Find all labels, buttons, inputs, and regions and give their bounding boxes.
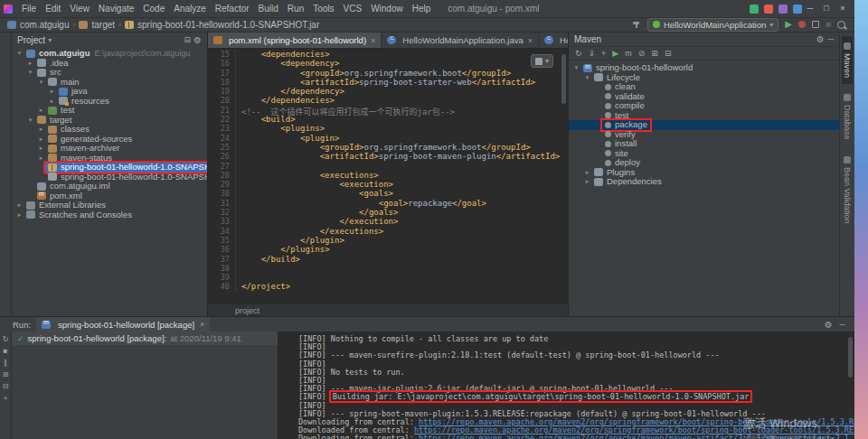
collapse-all-icon[interactable]: ⊟ <box>184 36 191 44</box>
maximize-button[interactable]: □ <box>818 0 835 17</box>
breadcrumb-item-target[interactable]: target <box>77 20 117 30</box>
menu-refactor[interactable]: Refactor <box>211 4 254 14</box>
tray-icon-4[interactable] <box>793 5 802 14</box>
maven-item-validate[interactable]: validate <box>569 92 839 102</box>
menu-tools[interactable]: Tools <box>308 4 338 14</box>
tree-arrow-icon[interactable]: ▸ <box>15 210 24 220</box>
close-button[interactable]: × <box>835 0 851 17</box>
stop-icon[interactable]: ■ <box>4 348 8 355</box>
console-scrollbar[interactable] <box>848 337 853 378</box>
tree-arrow-icon[interactable]: ▾ <box>583 73 591 83</box>
maven-item-deploy[interactable]: deploy <box>569 158 839 168</box>
coverage-button[interactable] <box>812 21 819 28</box>
tray-icon-3[interactable] <box>778 5 788 14</box>
download-sources-icon[interactable]: ⇓ <box>589 50 596 58</box>
maven-item-compile[interactable]: compile <box>569 101 839 111</box>
tree-arrow-icon[interactable]: ▸ <box>48 87 56 97</box>
menu-analyze[interactable]: Analyze <box>169 4 211 14</box>
hide-panel-icon[interactable]: ─ <box>828 35 834 43</box>
project-item-java[interactable]: ▸java <box>12 87 207 97</box>
tree-arrow-icon[interactable]: ▾ <box>15 49 24 59</box>
project-tree[interactable]: ▾com.atguiguE:\javaproject\com.atguigu▸.… <box>12 47 207 220</box>
maven-item-site[interactable]: site <box>569 149 839 159</box>
skip-tests-icon[interactable]: ⊘ <box>638 50 646 58</box>
tree-arrow-icon[interactable]: ▸ <box>37 144 45 154</box>
maven-tree[interactable]: ▾spring-boot-01-helloworld▾Lifecycle cle… <box>569 61 839 187</box>
project-item-target[interactable]: ▾target <box>12 116 207 126</box>
project-item-main[interactable]: ▾main <box>12 78 207 88</box>
menu-edit[interactable]: Edit <box>41 4 65 14</box>
settings-gear-icon[interactable]: ⚙ <box>825 320 833 330</box>
minimize-button[interactable]: ─ <box>802 0 818 17</box>
tree-arrow-icon[interactable]: ▸ <box>15 201 24 210</box>
maven-item-lifecycle[interactable]: ▾Lifecycle <box>569 73 839 83</box>
editor-scrollbar[interactable] <box>561 54 566 104</box>
close-icon[interactable]: × <box>200 320 204 329</box>
tool-stripe-bean-validation[interactable]: Bean Validation <box>842 150 853 229</box>
tree-arrow-icon[interactable]: ▾ <box>37 78 45 88</box>
tree-arrow-icon[interactable]: ▸ <box>37 106 45 116</box>
run-tab[interactable]: spring-boot-01-helloworld [package] × <box>36 317 210 332</box>
project-item-com-atguigu[interactable]: ▾com.atguiguE:\javaproject\com.atguigu <box>12 49 207 59</box>
expand-all-icon[interactable]: ⊞ <box>651 50 658 58</box>
close-icon[interactable]: × <box>371 36 375 45</box>
collapse-all-icon[interactable]: ⊟ <box>665 50 672 58</box>
chevron-down-icon[interactable]: ▾ <box>48 36 52 44</box>
maven-item-spring-boot-01-helloworld[interactable]: ▾spring-boot-01-helloworld <box>569 63 839 73</box>
debug-button[interactable] <box>798 21 806 28</box>
project-item-src[interactable]: ▾src <box>12 68 207 78</box>
menu-help[interactable]: Help <box>408 4 436 14</box>
tree-arrow-icon[interactable]: ▸ <box>26 59 34 69</box>
tree-arrow-icon[interactable]: ▾ <box>26 116 34 126</box>
project-item-external-libraries[interactable]: ▸External Libraries <box>12 201 207 210</box>
build-icon[interactable] <box>632 20 641 29</box>
project-item-scratches-and-consoles[interactable]: ▸Scratches and Consoles <box>12 210 207 220</box>
execute-goal-icon[interactable]: m <box>625 50 632 58</box>
close-icon[interactable]: × <box>528 36 533 45</box>
console-link[interactable]: https://repo.maven.apache.org/maven2/org… <box>419 434 854 439</box>
console-output[interactable]: [INFO] Nothing to compile - all classes … <box>278 332 854 439</box>
rerun-icon[interactable]: ↻ <box>3 336 9 343</box>
run-config-select[interactable]: HelloWorldMainApplication ▾ <box>647 18 778 32</box>
run-goal-icon[interactable]: ▶ <box>612 50 618 58</box>
maven-item-package[interactable]: package <box>569 120 839 130</box>
project-item-classes[interactable]: ▸classes <box>12 125 207 135</box>
tool-stripe-database[interactable]: Database <box>842 88 853 146</box>
tree-arrow-icon[interactable]: ▸ <box>583 177 591 187</box>
project-item-test[interactable]: ▸test <box>12 106 207 116</box>
project-panel-title[interactable]: Project <box>17 35 45 45</box>
run-result-row[interactable]: ✓ spring-boot-01-helloworld [package]: a… <box>12 332 278 345</box>
tree-arrow-icon[interactable]: ▸ <box>37 154 45 163</box>
tree-arrow-icon[interactable]: ▸ <box>48 97 56 107</box>
settings-gear-icon[interactable]: ⚙ <box>193 35 202 45</box>
menu-build[interactable]: Build <box>254 4 283 14</box>
menu-vcs[interactable]: VCS <box>339 4 367 14</box>
tray-icon-2[interactable] <box>764 5 773 14</box>
breadcrumb-item-com-atguigu[interactable]: com.atguigu <box>5 20 71 30</box>
menu-navigate[interactable]: Navigate <box>94 4 138 14</box>
menu-code[interactable]: Code <box>138 4 169 14</box>
tree-arrow-icon[interactable]: ▸ <box>37 135 45 145</box>
menu-window[interactable]: Window <box>366 4 408 14</box>
breadcrumb-item-spring-boot-01-helloworld-1-0-snapshot-jar[interactable]: spring-boot-01-helloworld-1.0-SNAPSHOT.j… <box>123 20 321 30</box>
editor-code[interactable]: 15 <dependencies>16 <dependency>17 <grou… <box>208 50 568 304</box>
menu-run[interactable]: Run <box>283 4 308 14</box>
project-item-spring-boot-01-helloworld-1-0-snapshot-jar[interactable]: spring-boot-01-helloworld-1.0-SNAPSHOT.j… <box>12 163 207 173</box>
pause-output-icon[interactable]: ∥ <box>4 360 7 367</box>
project-item-resources[interactable]: ▸resources <box>12 97 207 107</box>
tool-stripe-maven[interactable]: Maven <box>842 36 853 84</box>
project-item-maven-archiver[interactable]: ▸maven-archiver <box>12 144 207 154</box>
search-icon[interactable] <box>837 21 845 29</box>
menu-view[interactable]: View <box>65 4 94 14</box>
stop-button[interactable]: ■ <box>826 20 831 29</box>
close-icon[interactable]: × <box>4 395 8 402</box>
menu-file[interactable]: File <box>17 4 41 14</box>
reimport-icon[interactable]: ↻ <box>575 50 582 58</box>
editor-tab-helloworldmainapplication-java[interactable]: HelloWorldMainApplication.java× <box>382 33 539 48</box>
tree-arrow-icon[interactable]: ▸ <box>583 168 591 178</box>
tree-arrow-icon[interactable]: ▸ <box>37 125 45 135</box>
tray-icon-1[interactable] <box>750 5 759 14</box>
editor-tab-pom-xml-spring-boot-01-helloworld[interactable]: pom.xml (spring-boot-01-helloworld)× <box>208 33 382 48</box>
tree-arrow-icon[interactable]: ▾ <box>572 63 580 73</box>
maven-item-dependencies[interactable]: ▸Dependencies <box>569 177 839 187</box>
